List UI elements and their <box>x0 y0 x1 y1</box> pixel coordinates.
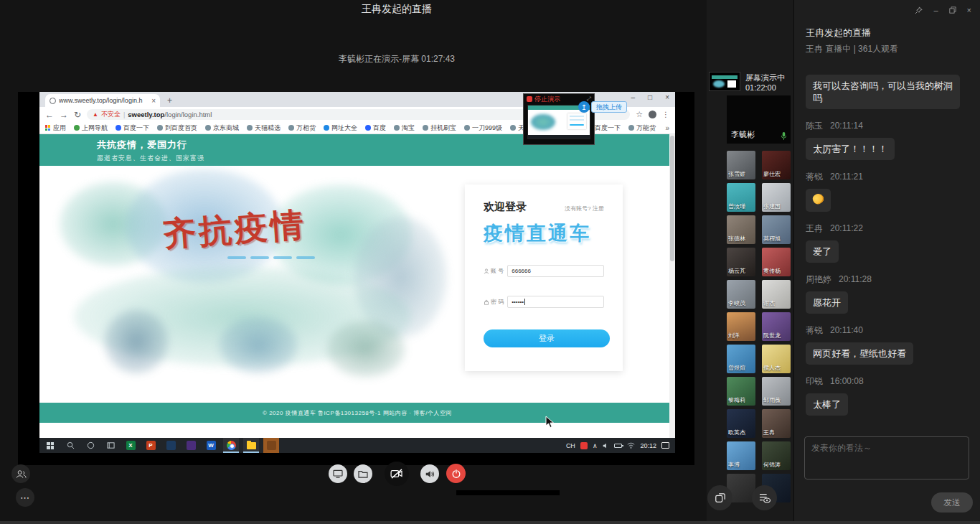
participant-tile[interactable]: 谢杰 <box>762 280 791 309</box>
participant-tile[interactable]: 李博 <box>727 441 755 470</box>
explorer-taskbar-button[interactable] <box>243 438 259 453</box>
participant-tile[interactable]: 王冉 <box>762 409 791 438</box>
participant-tile[interactable]: 阮世龙 <box>762 312 791 341</box>
scrollbar-thumb[interactable] <box>670 136 674 261</box>
camera-off-button[interactable] <box>385 462 409 486</box>
bookmark-star-icon[interactable]: ☆ <box>636 110 643 119</box>
taskbar-app-button[interactable] <box>163 438 179 453</box>
bookmark-item[interactable]: 万能货 <box>628 123 656 133</box>
participant-tile[interactable]: 黄传杨 <box>762 248 791 276</box>
participant-tile[interactable]: 李峻茂 <box>727 280 755 309</box>
bookmark-item[interactable]: 一刀999级 <box>464 123 502 133</box>
participant-tile[interactable]: 欧英杰 <box>727 409 755 438</box>
chrome-taskbar-button[interactable] <box>223 438 239 453</box>
panel-minimize-icon[interactable]: – <box>933 6 938 14</box>
battery-icon[interactable] <box>614 444 622 448</box>
bookmark-item[interactable]: 百度 <box>365 123 386 133</box>
bookmark-item[interactable]: 天猫精选 <box>247 123 281 133</box>
clock[interactable]: 20:12 <box>640 442 656 449</box>
profile-avatar-icon[interactable] <box>649 111 656 118</box>
back-icon[interactable]: ← <box>45 111 54 119</box>
account-input[interactable]: 666666 <box>507 265 604 277</box>
participant-tile[interactable]: 何锦涛 <box>762 441 791 470</box>
participant-tile[interactable]: 黎梅莉 <box>727 377 755 406</box>
browser-maximize-button[interactable]: □ <box>648 93 652 101</box>
reload-icon[interactable]: ↻ <box>74 111 81 119</box>
password-input[interactable]: •••••• <box>507 296 604 308</box>
participant-tile[interactable]: 廖仕宏 <box>762 151 791 179</box>
participant-tile[interactable]: 张建国 <box>762 183 791 212</box>
bookmark-item[interactable]: 淘宝 <box>394 123 415 133</box>
pin-icon[interactable] <box>915 6 923 14</box>
start-button[interactable] <box>42 438 58 453</box>
tray-app-icon[interactable] <box>580 442 588 449</box>
taskbar-app-button[interactable] <box>183 438 199 453</box>
share-status[interactable]: 屏幕演示中 01:22:00 <box>709 72 785 93</box>
restore-icon[interactable] <box>949 6 956 14</box>
stop-presenting-label[interactable]: 停止演示 <box>534 95 560 104</box>
browser-close-button[interactable]: × <box>665 93 669 101</box>
active-app-taskbar-button[interactable] <box>263 438 279 453</box>
ime-indicator[interactable]: CH <box>566 442 575 449</box>
site-footer: © 2020 疫情直通车 鲁ICP备13013258号-1 网站内容 · 博客/… <box>39 403 675 423</box>
participant-tile[interactable]: 曾煜煊 <box>727 345 755 373</box>
bookmark-item[interactable]: 万相货 <box>288 123 316 133</box>
participant-tile[interactable]: 邹雨薇 <box>762 377 791 406</box>
participant-tile[interactable]: 莫程旭 <box>762 215 791 244</box>
bookmark-item[interactable]: 挂机刷宝 <box>423 123 456 133</box>
tab-close-icon[interactable]: × <box>151 97 156 105</box>
volume-icon[interactable] <box>602 442 609 449</box>
participant-tile[interactable]: 曾汝瑾 <box>727 183 755 212</box>
speaker-button[interactable] <box>420 464 439 483</box>
forward-icon[interactable]: → <box>60 111 68 119</box>
bookmark-item[interactable]: 网址大全 <box>324 123 357 133</box>
layout-switch-button[interactable] <box>707 485 732 510</box>
participant-tile[interactable]: 侯人杰 <box>762 345 791 373</box>
upload-pill-label[interactable]: 拖拽上传 <box>591 101 627 113</box>
upload-circle-icon[interactable]: ↥ <box>578 101 590 113</box>
presenter-video-tile[interactable]: 李毓彬 <box>727 95 791 144</box>
taskbar-app-button[interactable]: W <box>203 438 219 453</box>
task-view-button[interactable] <box>103 438 118 453</box>
bookmark-item[interactable]: 京东商城 <box>205 123 239 133</box>
bookmarks-overflow-icon[interactable]: » <box>665 124 669 132</box>
browser-menu-icon[interactable]: ⋮ <box>662 111 669 118</box>
register-link[interactable]: 没有账号? 注册 <box>565 205 604 212</box>
tray-expand-icon[interactable]: ∧ <box>593 442 598 449</box>
participant-tile[interactable]: 刘洋 <box>727 312 755 341</box>
search-button[interactable] <box>62 438 78 453</box>
wifi-icon[interactable] <box>627 442 635 449</box>
browser-tab[interactable]: www.sweetly.top/login/login.h × <box>45 94 160 107</box>
bookmark-item[interactable]: 上网导航 <box>74 123 108 133</box>
participants-button[interactable] <box>11 464 30 483</box>
files-button[interactable] <box>354 464 372 483</box>
participant-tile[interactable]: 张雪娇 <box>727 151 755 179</box>
participant-tile[interactable]: 杨云芃 <box>727 248 755 276</box>
bookmark-item[interactable]: 百度一下 <box>116 123 149 133</box>
notification-center-icon[interactable] <box>661 442 669 449</box>
send-button[interactable]: 发送 <box>931 492 973 513</box>
watercolor-blob <box>219 317 298 374</box>
participant-tile[interactable]: 张德林 <box>727 215 755 244</box>
participant-name: 黎梅莉 <box>728 396 745 404</box>
page-scrollbar[interactable] <box>669 134 675 438</box>
participant-list-button[interactable] <box>752 485 777 510</box>
share-screen-button[interactable] <box>329 464 347 483</box>
upload-float-widget[interactable]: ↥ 拖拽上传 <box>578 101 627 113</box>
chat-input[interactable] <box>804 436 969 479</box>
login-button[interactable]: 登录 <box>484 329 610 347</box>
new-tab-button[interactable]: + <box>167 95 172 107</box>
taskbar-app-button[interactable]: X <box>123 438 138 453</box>
browser-minimize-button[interactable]: – <box>631 93 636 101</box>
cortana-button[interactable] <box>83 438 98 453</box>
more-options-button[interactable]: ⋯ <box>16 488 34 507</box>
participant-name: 黄传杨 <box>763 267 781 275</box>
panel-close-icon[interactable]: × <box>967 6 971 14</box>
taskbar-app-button[interactable]: P <box>143 438 159 453</box>
chat-message-list[interactable]: 我可以去咨询吗，可以当我的树洞吗 陈玉20:11:14 太厉害了！！！！ <box>806 75 971 424</box>
app-icon: W <box>207 441 216 450</box>
bookmark-apps[interactable]: 应用 <box>45 123 66 133</box>
end-stream-button[interactable] <box>446 464 466 483</box>
bookmark-item[interactable]: 到百度首页 <box>157 123 197 133</box>
message-header: 蒋锐20:11:21 <box>806 171 971 183</box>
